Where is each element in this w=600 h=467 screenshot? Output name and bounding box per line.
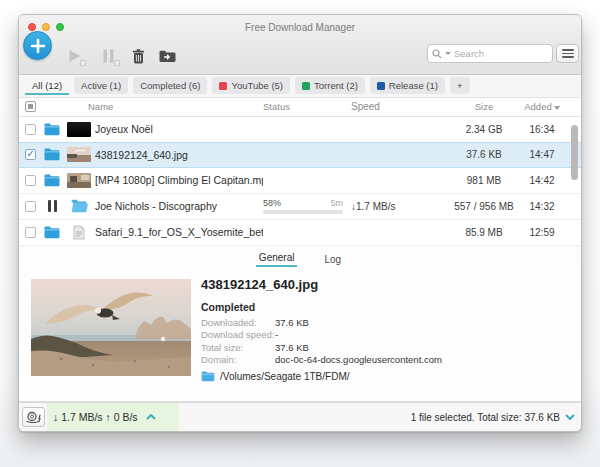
row-checkbox-checked[interactable] (25, 149, 36, 160)
global-speeds: ↓ 1.7 MB/s ↑ 0 B/s (53, 411, 138, 423)
tab-general[interactable]: General (256, 250, 298, 267)
global-speed-toggle[interactable]: ↓ 1.7 MB/s ↑ 0 B/s (47, 403, 179, 431)
toolbar (19, 39, 581, 74)
download-added: 16:34 (515, 124, 569, 135)
download-name: Joyeux Noël (95, 123, 263, 135)
start-download-button[interactable] (63, 46, 85, 66)
movie-poster-thumbnail (67, 122, 91, 137)
tab-release-label: Release (1) (389, 80, 438, 91)
download-size: 2.34 GB (453, 124, 515, 135)
save-path[interactable]: /Volumes/Seagate 1TB/FDM/ (201, 371, 571, 382)
search-input[interactable] (454, 48, 544, 59)
open-folder-icon (71, 199, 88, 213)
download-size: 557 / 956 MB (453, 201, 515, 212)
image-thumbnail (67, 147, 91, 162)
download-added: 14:32 (515, 201, 569, 212)
sort-desc-icon (554, 106, 560, 110)
column-header-status[interactable]: Status (263, 101, 351, 112)
filter-tabbar: All (12) Active (1) Completed (6) YouTub… (19, 75, 581, 98)
hamburger-icon (562, 49, 574, 58)
preview-image (31, 279, 191, 376)
open-containing-folder-button[interactable] (156, 46, 178, 66)
close-button[interactable] (28, 23, 36, 31)
folder-arrow-icon (159, 50, 176, 63)
row-checkbox[interactable] (25, 201, 36, 212)
download-added: 14:42 (515, 175, 569, 186)
row-checkbox[interactable] (25, 227, 36, 238)
column-header-speed[interactable]: Speed (351, 101, 453, 112)
column-header-size[interactable]: Size (453, 101, 515, 112)
details-status: Completed (201, 301, 571, 313)
details-filename: 438192124_640.jpg (201, 277, 571, 292)
download-list: Joyeux Noël 2.34 GB 16:34 (19, 117, 581, 247)
download-size: 37.6 KB (453, 149, 515, 160)
tab-active[interactable]: Active (1) (74, 77, 128, 94)
column-header-name[interactable]: Name (73, 101, 263, 112)
tab-completed[interactable]: Completed (6) (133, 77, 207, 94)
pause-download-button[interactable] (97, 46, 119, 66)
download-name: Joe Nichols - Discography (95, 200, 263, 212)
table-row[interactable]: Joyeux Noël 2.34 GB 16:34 (19, 117, 581, 143)
search-box (427, 44, 553, 63)
trash-icon (132, 49, 145, 64)
download-size: 981 MB (453, 175, 515, 186)
play-icon (68, 49, 81, 63)
save-path-text: /Volumes/Seagate 1TB/FDM/ (220, 371, 350, 382)
snail-mode-button[interactable] (22, 407, 45, 427)
domain-label: Domain: (201, 354, 275, 365)
pause-icon (103, 49, 114, 63)
video-thumbnail (67, 173, 91, 188)
table-row[interactable]: Safari_9.1_for_OS_X_Yosemite_beta_3.dmg … (19, 220, 581, 246)
torrent-tag-icon (302, 82, 310, 90)
table-row-selected[interactable]: 438192124_640.jpg 37.6 KB 14:47 (19, 142, 581, 168)
select-all-checkbox[interactable] (25, 101, 36, 112)
column-header-added[interactable]: Added (515, 101, 569, 112)
delete-download-button[interactable] (127, 46, 149, 66)
snail-icon (26, 411, 41, 423)
tab-torrent[interactable]: Torrent (2) (295, 77, 365, 94)
downloaded-label: Downloaded: (201, 317, 275, 328)
main-menu-button[interactable] (556, 44, 579, 63)
download-name: [MP4 1080p] Climbing El Capitan.mp4 (95, 174, 263, 186)
add-tab-button[interactable]: + (450, 77, 470, 94)
fullscreen-button[interactable] (56, 23, 64, 31)
details-panel: General Log (19, 247, 581, 403)
download-speed-value: - (275, 329, 571, 340)
progress-indicator: 58% 5m (263, 198, 351, 214)
row-checkbox[interactable] (25, 175, 36, 186)
selection-text: 1 file selected. Total size: 37.6 KB (411, 412, 560, 423)
progress-percent: 58% (263, 198, 281, 208)
download-size: 85.9 MB (453, 227, 515, 238)
plus-icon (30, 38, 46, 54)
domain-value: doc-0c-64-docs.googleusercontent.com (275, 354, 571, 365)
dmg-file-icon (73, 225, 85, 240)
window-chrome: Free Download Manager (19, 15, 581, 75)
youtube-tag-icon (219, 82, 227, 90)
play-badge-icon (80, 60, 86, 66)
folder-icon (44, 148, 60, 161)
download-name: 438192124_640.jpg (95, 149, 263, 161)
search-scope-caret-icon[interactable] (445, 52, 451, 55)
table-row[interactable]: [MP4 1080p] Climbing El Capitan.mp4 981 … (19, 168, 581, 194)
tab-youtube-label: YouTube (5) (231, 80, 283, 91)
add-download-button[interactable] (23, 31, 52, 60)
tab-release[interactable]: Release (1) (370, 77, 445, 94)
pause-badge-icon (114, 60, 120, 66)
row-checkbox[interactable] (25, 124, 36, 135)
minimize-button[interactable] (42, 23, 50, 31)
statusbar: ↓ 1.7 MB/s ↑ 0 B/s 1 file selected. Tota… (19, 402, 581, 431)
titlebar: Free Download Manager (19, 15, 581, 39)
table-row-downloading[interactable]: Joe Nichols - Discography 58% 5m ↓1.7 MB… (19, 194, 581, 220)
download-speed: ↓1.7 MB/s (351, 201, 453, 212)
download-added: 12:59 (515, 227, 569, 238)
selection-summary[interactable]: 1 file selected. Total size: 37.6 KB (411, 403, 581, 431)
tab-youtube[interactable]: YouTube (5) (212, 77, 290, 94)
total-size-label: Total size: (201, 342, 275, 353)
download-speed-label: Download speed: (201, 329, 275, 340)
table-scrollbar[interactable] (571, 125, 578, 180)
downloading-pause-icon (48, 200, 57, 212)
downloaded-value: 37.6 KB (275, 317, 571, 328)
chevron-down-icon (565, 414, 575, 420)
tab-all[interactable]: All (12) (25, 77, 69, 95)
tab-log[interactable]: Log (321, 252, 344, 267)
